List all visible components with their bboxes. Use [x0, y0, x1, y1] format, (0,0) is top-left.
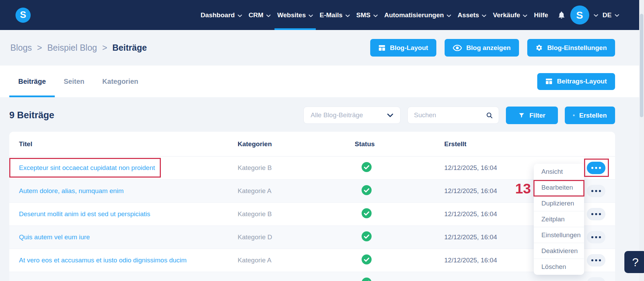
- tab-beiträge[interactable]: Beiträge: [9, 66, 55, 97]
- post-title-link[interactable]: Autem dolore, alias, numquam enim: [19, 187, 124, 194]
- tab-label: Beiträge: [18, 78, 46, 86]
- nav-item-sms[interactable]: SMS: [356, 0, 378, 30]
- column-categories: Kategorien: [238, 140, 355, 148]
- menu-item-bearbeiten[interactable]: Bearbeiten: [534, 180, 584, 195]
- posts-table: Titel Kategorien Status Erstellt Excepte…: [9, 132, 615, 281]
- nav-item-label: Websites: [277, 11, 306, 19]
- status-published-icon: [362, 254, 372, 264]
- post-category: Kategorie A: [238, 257, 355, 264]
- chevron-down-icon: [373, 14, 378, 17]
- chevron-down-icon: [447, 14, 451, 17]
- breadcrumb-blogs[interactable]: Blogs: [10, 43, 32, 53]
- notifications-bell-icon[interactable]: [557, 10, 566, 20]
- eye-icon: [453, 45, 462, 51]
- filter-funnel-icon: [518, 112, 525, 119]
- main-nav: Dashboard CRM Websites E-Mails SMS Autom…: [200, 0, 548, 30]
- language-selector[interactable]: DE: [603, 11, 619, 19]
- menu-item-ansicht[interactable]: Ansicht: [534, 164, 584, 180]
- chevron-down-icon: [387, 113, 393, 117]
- search-icon[interactable]: [486, 112, 492, 119]
- chevron-down-icon: [523, 14, 527, 17]
- help-button[interactable]: ?: [624, 251, 644, 273]
- chevron-down-icon: [345, 14, 350, 17]
- row-actions-button[interactable]: [587, 208, 605, 220]
- status-published-icon: [362, 231, 372, 241]
- nav-item-label: Hilfe: [534, 11, 548, 19]
- table-row-partial: [9, 272, 615, 281]
- layout-icon: [378, 44, 385, 51]
- nav-item-label: CRM: [249, 11, 263, 19]
- user-avatar[interactable]: S: [570, 6, 589, 24]
- post-title-link[interactable]: Excepteur sint occaecat cupidatat non pr…: [19, 164, 155, 171]
- nav-item-label: SMS: [356, 11, 371, 19]
- row-actions-menu: AnsichtBearbeitenDuplizierenZeitplanEins…: [534, 164, 584, 275]
- menu-item-einstellungen[interactable]: Einstellungen: [534, 227, 584, 243]
- app-logo[interactable]: S: [15, 8, 31, 23]
- nav-item-label: Dashboard: [200, 11, 235, 19]
- nav-item-verkäufe[interactable]: Verkäufe: [493, 0, 527, 30]
- column-title: Titel: [19, 140, 238, 148]
- nav-item-websites[interactable]: Websites: [277, 0, 313, 30]
- menu-item-duplizieren[interactable]: Duplizieren: [534, 195, 584, 211]
- table-row: Quis autem vel eum iure Kategorie D 12/1…: [9, 226, 615, 249]
- table-header: Titel Kategorien Status Erstellt: [9, 132, 615, 157]
- nav-item-hilfe[interactable]: Hilfe: [534, 0, 548, 30]
- status-published-icon: [362, 278, 372, 281]
- row-actions-button[interactable]: [587, 162, 605, 174]
- nav-item-dashboard[interactable]: Dashboard: [200, 0, 242, 30]
- row-actions-button[interactable]: [587, 185, 605, 197]
- navbar-right: S DE: [557, 6, 619, 24]
- search-input[interactable]: [414, 111, 483, 119]
- post-category: Kategorie D: [238, 233, 355, 241]
- menu-item-zeitplan[interactable]: Zeitplan: [534, 211, 584, 227]
- blog-settings-button[interactable]: Blog-Einstellungen: [527, 39, 615, 57]
- tab-kategorien[interactable]: Kategorien: [93, 66, 147, 97]
- menu-item-deaktivieren[interactable]: Deaktivieren: [534, 243, 584, 259]
- post-layout-button[interactable]: Beitrags-Layout: [537, 73, 615, 90]
- blog-posts-filter-select[interactable]: Alle Blog-Beiträge: [303, 107, 401, 124]
- menu-item-löschen[interactable]: Löschen: [534, 259, 584, 275]
- nav-item-automatisierungen[interactable]: Automatisierungen: [384, 0, 451, 30]
- tab-label: Kategorien: [102, 78, 138, 86]
- breadcrumb-beispiel-blog[interactable]: Beispiel Blog: [47, 43, 97, 53]
- blog-view-button[interactable]: Blog anzeigen: [445, 39, 519, 57]
- chevron-down-icon: [238, 14, 242, 17]
- page-actions: Blog-Layout Blog anzeigen Blog-Einstellu…: [370, 39, 615, 57]
- status-published-icon: [362, 162, 372, 172]
- chevron-down-icon: [615, 14, 619, 17]
- nav-item-crm[interactable]: CRM: [249, 0, 271, 30]
- breadcrumb-bar: Blogs > Beispiel Blog > Beiträge Blog-La…: [0, 30, 644, 66]
- post-count-heading: 9 Beiträge: [9, 110, 54, 121]
- breadcrumb-separator: >: [102, 43, 107, 53]
- column-created: Erstellt: [444, 140, 572, 148]
- post-title-link[interactable]: At vero eos et accusamus et iusto odio d…: [19, 257, 187, 264]
- breadcrumb: Blogs > Beispiel Blog > Beiträge: [10, 43, 147, 53]
- breadcrumb-separator: >: [37, 43, 42, 53]
- post-title-link[interactable]: Quis autem vel eum iure: [19, 233, 90, 241]
- toolbar: 9 Beiträge Alle Blog-Beiträge Filter Ers…: [9, 107, 615, 124]
- row-actions-button[interactable]: [587, 231, 605, 243]
- chevron-down-icon: [266, 14, 271, 17]
- post-category: Kategorie A: [238, 187, 355, 195]
- status-published-icon: [362, 208, 372, 218]
- annotation-step-number: 13: [515, 181, 531, 197]
- tab-seiten[interactable]: Seiten: [55, 66, 93, 97]
- breadcrumb-current: Beiträge: [112, 43, 147, 53]
- gear-icon: [536, 44, 543, 51]
- blog-layout-button[interactable]: Blog-Layout: [370, 39, 436, 57]
- nav-item-e-mails[interactable]: E-Mails: [320, 0, 350, 30]
- create-button[interactable]: Erstellen: [565, 107, 615, 124]
- post-title-link[interactable]: Deserunt mollit anim id est sed ut persp…: [19, 210, 150, 218]
- top-navbar: S Dashboard CRM Websites E-Mails SMS Aut…: [0, 0, 644, 30]
- nav-item-assets[interactable]: Assets: [458, 0, 486, 30]
- plus-circle-icon: [573, 112, 575, 119]
- scrollbar-thumb[interactable]: [640, 14, 643, 117]
- row-actions-button[interactable]: [587, 277, 605, 281]
- scrollbar-track[interactable]: [639, 0, 644, 281]
- chevron-down-icon[interactable]: [594, 14, 598, 17]
- table-body: Excepteur sint occaecat cupidatat non pr…: [9, 157, 615, 281]
- column-status: Status: [355, 140, 444, 148]
- filter-button[interactable]: Filter: [506, 107, 558, 124]
- nav-item-label: E-Mails: [320, 11, 343, 19]
- row-actions-button[interactable]: [587, 254, 605, 267]
